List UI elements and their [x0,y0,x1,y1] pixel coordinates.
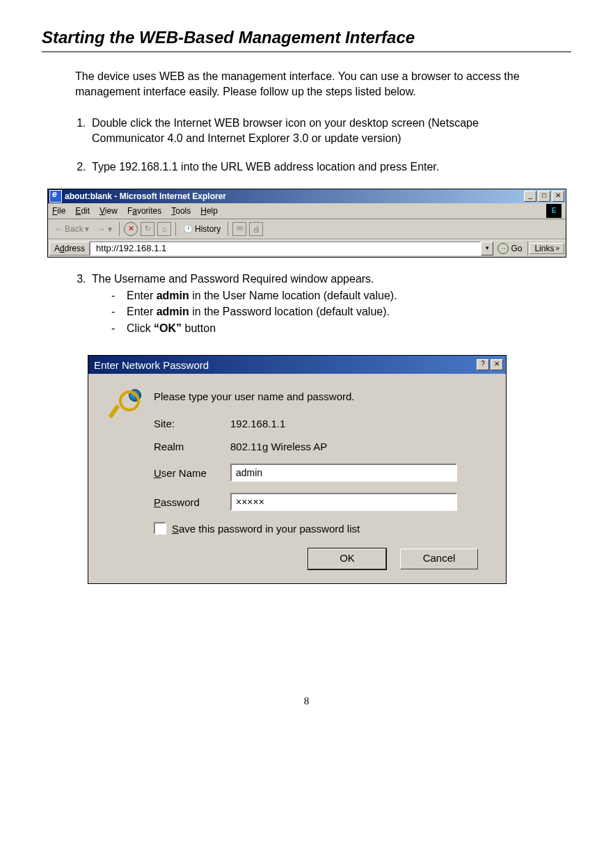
site-label: Site: [154,418,230,429]
ie-menubar: File Edit View Favorites Tools Help E [48,203,566,219]
ie-toolbar: ← Back ▾ → ▾ ✕ ↻ ⌂ 🕐History ✉ 🖨 [48,219,566,239]
mail-button[interactable]: ✉ [232,222,246,236]
menu-help[interactable]: Help [200,206,218,216]
password-input[interactable] [230,493,457,511]
cancel-button[interactable]: Cancel [400,549,478,569]
save-password-label: Save this password in your password list [172,523,360,535]
step-3-sublist: Enter admin in the User Name location (d… [106,288,543,336]
ie-addressbar: Address http://192.168.1.1 ▾ →Go Links » [48,239,566,257]
key-icon [109,390,137,418]
site-value: 192.168.1.1 [230,418,285,429]
address-label: Address [49,242,90,255]
dialog-title: Enter Network Password [91,359,477,371]
print-button[interactable]: 🖨 [249,222,263,236]
realm-label: Realm [154,441,230,452]
menu-file[interactable]: File [52,206,65,216]
ie-titlebar: about:blank - Microsoft Internet Explore… [48,189,566,203]
title-rule [42,52,571,52]
username-input[interactable] [230,464,457,482]
stop-button[interactable]: ✕ [124,222,138,236]
forward-button[interactable]: → ▾ [95,224,115,234]
menu-edit[interactable]: Edit [75,206,90,216]
menu-view[interactable]: View [99,206,118,216]
history-button[interactable]: 🕐History [180,224,223,234]
save-password-checkbox[interactable] [154,522,166,535]
back-button[interactable]: ← Back ▾ [52,224,92,234]
address-dropdown-button[interactable]: ▾ [481,242,493,255]
dialog-titlebar: Enter Network Password ? ✕ [88,356,506,374]
ok-button[interactable]: OK [308,549,386,569]
go-icon: → [497,243,509,254]
dialog-body: Please type your user name and password.… [88,374,506,583]
help-button[interactable]: ? [477,359,489,370]
address-input[interactable]: http://192.168.1.1 [90,242,481,255]
toolbar-separator [119,222,120,236]
go-button[interactable]: →Go [493,243,526,254]
toolbar-separator [175,222,176,236]
steps-list-cont: The Username and Password Required windo… [75,271,543,336]
substep-ok: Click “OK” button [106,321,543,336]
toolbar-separator [228,222,228,236]
step-3: The Username and Password Required windo… [89,271,543,336]
password-dialog: Enter Network Password ? ✕ Please type y… [88,355,507,584]
ie-window-title: about:blank - Microsoft Internet Explore… [65,191,524,201]
ie-logo-icon [49,190,62,203]
substep-password: Enter admin in the Password location (de… [106,304,543,319]
page-title: Starting the WEB-Based Management Interf… [42,28,571,49]
dialog-close-button[interactable]: ✕ [491,359,503,370]
dialog-prompt: Please type your user name and password. [154,390,485,402]
home-button[interactable]: ⌂ [157,222,171,236]
username-label: User Name [154,467,230,479]
links-button[interactable]: Links » [530,243,564,254]
refresh-button[interactable]: ↻ [141,222,154,236]
password-label: Password [154,496,230,508]
page-number: 8 [42,695,571,707]
menu-favorites[interactable]: Favorites [127,206,161,216]
close-button[interactable]: ✕ [552,191,564,202]
substep-username: Enter admin in the User Name location (d… [106,288,543,303]
intro-paragraph: The device uses WEB as the management in… [75,69,543,99]
ie-browser-window: about:blank - Microsoft Internet Explore… [47,189,566,258]
separator [527,242,528,255]
minimize-button[interactable]: _ [524,191,536,202]
ie-throbber-icon: E [546,204,562,218]
step-3-text: The Username and Password Required windo… [92,273,374,285]
maximize-button[interactable]: □ [538,191,550,202]
realm-value: 802.11g Wireless AP [230,441,327,452]
steps-list: Double click the Internet WEB browser ic… [75,116,543,175]
step-2: Type 192.168.1.1 into the URL WEB addres… [89,159,543,175]
menu-tools[interactable]: Tools [171,206,191,216]
step-1: Double click the Internet WEB browser ic… [89,116,543,145]
